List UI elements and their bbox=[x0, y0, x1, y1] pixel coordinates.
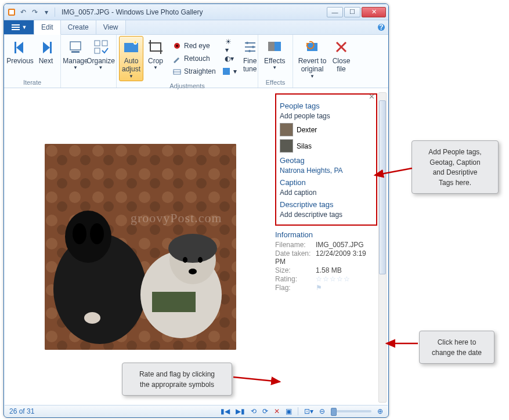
add-people-tags[interactable]: Add people tags bbox=[280, 112, 373, 120]
close-file-button[interactable]: Close file bbox=[329, 36, 353, 81]
tab-view[interactable]: View bbox=[96, 20, 126, 34]
noise-button[interactable]: ▾ bbox=[222, 65, 236, 78]
maximize-button[interactable]: ☐ bbox=[344, 7, 360, 17]
svg-rect-12 bbox=[102, 41, 107, 46]
slideshow-icon[interactable]: ▣ bbox=[286, 407, 292, 415]
next-button[interactable]: Next bbox=[34, 36, 58, 78]
svg-rect-3 bbox=[12, 27, 20, 28]
information-head: Information bbox=[275, 230, 377, 239]
zoom-slider[interactable] bbox=[331, 410, 371, 412]
zoom-in-icon[interactable]: ⊕ bbox=[377, 407, 383, 415]
group-iterate-label: Iterate bbox=[6, 78, 58, 88]
panel-close-icon[interactable]: ✕ bbox=[369, 92, 375, 101]
redeye-button[interactable]: Red eye bbox=[169, 39, 219, 52]
svg-rect-9 bbox=[70, 42, 81, 50]
svg-point-43 bbox=[198, 257, 203, 263]
rotate-right-icon[interactable]: ⟳ bbox=[262, 407, 268, 415]
scrollbar-thumb[interactable] bbox=[379, 100, 386, 274]
avatar bbox=[280, 139, 293, 153]
zoom-out-icon[interactable]: ⊖ bbox=[319, 407, 325, 415]
callout-date: Click here to change the date bbox=[419, 331, 494, 364]
svg-rect-7 bbox=[15, 42, 16, 53]
tags-highlight-box: People tags Add people tags Dexter Silas… bbox=[275, 93, 377, 226]
caption-head: Caption bbox=[280, 178, 373, 187]
svg-point-44 bbox=[189, 269, 197, 274]
first-icon[interactable]: ▮◀ bbox=[221, 407, 230, 415]
file-menu[interactable]: ▼ bbox=[4, 20, 34, 34]
flag-icon[interactable]: ⚑ bbox=[316, 284, 322, 292]
straighten-button[interactable]: Straighten bbox=[169, 65, 219, 78]
svg-rect-2 bbox=[12, 24, 20, 26]
rating-stars[interactable]: ☆☆☆☆☆ bbox=[316, 275, 351, 283]
callout-rate: Rate and flag by clicking the approprait… bbox=[122, 363, 232, 396]
fit-icon[interactable]: ⊡▾ bbox=[304, 407, 313, 415]
tab-edit[interactable]: Edit bbox=[34, 20, 61, 35]
svg-point-36 bbox=[73, 223, 86, 244]
svg-rect-11 bbox=[95, 41, 100, 46]
undo-icon[interactable]: ↶ bbox=[18, 7, 28, 17]
people-tags-head: People tags bbox=[280, 102, 373, 110]
photo bbox=[45, 144, 236, 350]
divider bbox=[298, 407, 298, 415]
size-label: Size: bbox=[275, 266, 316, 274]
avatar bbox=[280, 123, 293, 136]
auto-adjust-button[interactable]: Auto adjust▼ bbox=[119, 36, 143, 81]
geotag-head: Geotag bbox=[280, 156, 373, 165]
size-value: 1.58 MB bbox=[316, 266, 342, 274]
redo-icon[interactable]: ↷ bbox=[30, 7, 40, 17]
person-dexter[interactable]: Dexter bbox=[280, 123, 373, 136]
titlebar: ↶ ↷ ▾ IMG_0057.JPG - Windows Live Photo … bbox=[4, 4, 388, 20]
callout-tags: Add People tags, Geotag, Caption and Des… bbox=[411, 140, 499, 194]
date-label: Date taken: bbox=[275, 249, 316, 258]
svg-point-35 bbox=[65, 211, 111, 263]
svg-rect-29 bbox=[307, 43, 317, 51]
svg-text:?: ? bbox=[379, 23, 383, 31]
qat-more-icon[interactable]: ▾ bbox=[41, 7, 52, 17]
divider bbox=[55, 8, 55, 17]
organize-button[interactable]: Organize▼ bbox=[88, 36, 114, 78]
close-button[interactable]: ✕ bbox=[362, 7, 386, 17]
svg-rect-1 bbox=[9, 10, 14, 15]
svg-point-42 bbox=[183, 257, 187, 263]
previous-button[interactable]: Previous bbox=[6, 36, 34, 78]
svg-rect-45 bbox=[152, 292, 196, 312]
manage-button[interactable]: Manage▼ bbox=[63, 36, 88, 78]
exposure-button[interactable]: ☀▾ bbox=[222, 39, 236, 52]
flag-label: Flag: bbox=[275, 284, 316, 292]
help-icon[interactable]: ? bbox=[374, 20, 388, 34]
filename-value[interactable]: IMG_0057.JPG bbox=[316, 241, 364, 249]
effects-button[interactable]: Effects▼ bbox=[261, 36, 288, 78]
tab-create[interactable]: Create bbox=[61, 20, 96, 34]
svg-rect-20 bbox=[223, 68, 230, 75]
delete-icon[interactable]: ✕ bbox=[274, 407, 280, 415]
svg-rect-28 bbox=[268, 42, 275, 51]
revert-button[interactable]: Revert to original▼ bbox=[295, 36, 329, 81]
person-silas[interactable]: Silas bbox=[280, 139, 373, 153]
svg-rect-10 bbox=[71, 51, 80, 53]
svg-point-17 bbox=[176, 45, 178, 47]
window-title: IMG_0057.JPG - Windows Live Photo Galler… bbox=[62, 8, 203, 16]
ribbon: Previous Next Iterate Manage▼ Organize▼ … bbox=[4, 35, 388, 88]
minimize-button[interactable]: — bbox=[327, 7, 343, 17]
menubar: ▼ Edit Create View ? bbox=[4, 20, 388, 35]
geotag-value[interactable]: Natrona Heights, PA bbox=[280, 166, 373, 175]
photo-viewport[interactable] bbox=[5, 89, 272, 405]
last-icon[interactable]: ▶▮ bbox=[236, 407, 245, 415]
svg-point-25 bbox=[252, 46, 254, 48]
statusbar: 26 of 31 ▮◀ ▶▮ ⟲ ⟳ ✕ ▣ ⊡▾ ⊖ ⊕ bbox=[5, 405, 388, 417]
info-panel: ✕ People tags Add people tags Dexter Sil… bbox=[272, 89, 388, 405]
svg-rect-4 bbox=[12, 29, 20, 30]
svg-rect-13 bbox=[95, 48, 100, 53]
rotate-left-icon[interactable]: ⟲ bbox=[251, 407, 257, 415]
descriptive-tags-head: Descriptive tags bbox=[280, 200, 373, 209]
group-effects-label: Effects bbox=[261, 78, 290, 88]
retouch-button[interactable]: Retouch bbox=[169, 52, 219, 65]
svg-rect-8 bbox=[50, 42, 52, 53]
add-caption[interactable]: Add caption bbox=[280, 189, 373, 197]
add-descriptive-tags[interactable]: Add descriptive tags bbox=[280, 211, 373, 219]
counter: 26 of 31 bbox=[9, 407, 34, 415]
crop-button[interactable]: Crop▼ bbox=[143, 36, 168, 81]
svg-point-26 bbox=[248, 50, 251, 52]
color-button[interactable]: ◐▾ bbox=[222, 52, 236, 65]
svg-point-37 bbox=[90, 223, 104, 244]
